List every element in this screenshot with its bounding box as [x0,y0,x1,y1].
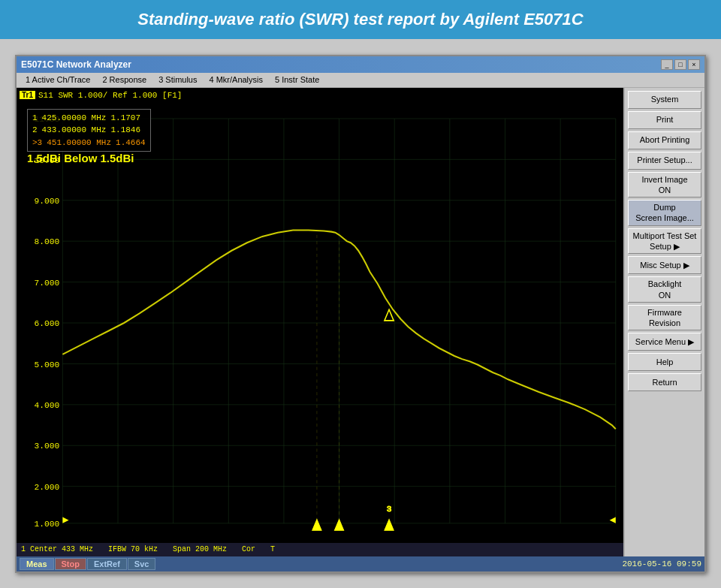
marker-2-freq: 433.00000 MHz [42,124,107,137]
maximize-button[interactable]: □ [674,59,686,70]
svg-text:1.000: 1.000 [35,519,60,528]
status-datetime: 2016-05-16 09:59 [622,559,701,568]
abort-printing-button[interactable]: Abort Printing [628,131,701,149]
firmware-revision-button[interactable]: FirmwareRevision [628,305,701,331]
service-menu-button[interactable]: Service Menu ▶ [628,333,701,351]
plot-status-cor: Cor [242,545,255,553]
marker-line-3: >3 451.00000 MHz 1.4664 [32,137,146,149]
menu-bar: 1 Active Ch/Trace 2 Response 3 Stimulus … [17,73,704,88]
plot-status-center: 1 Center 433 MHz [21,545,93,553]
multiport-test-set-button[interactable]: Multiport Test Set Setup ▶ [628,228,701,255]
svg-text:7.000: 7.000 [35,278,60,287]
analyzer-window: E5071C Network Analyzer _ □ × 1 Active C… [15,55,706,573]
status-tab-stop[interactable]: Stop [55,558,86,570]
window-titlebar: E5071C Network Analyzer _ □ × [17,56,704,73]
svg-text:3: 3 [387,505,392,514]
status-tab-svc[interactable]: Svc [128,558,156,570]
marker-2-num: 2 [32,124,38,137]
chart-svg: 11.00 10.00 9.000 8.000 7.000 6.000 5.00… [17,103,623,543]
plot-status-span: Span 200 MHz [173,545,227,553]
marker-line-1: 1 425.00000 MHz 1.1707 [32,112,146,125]
window-controls: _ □ × [661,59,700,70]
svg-text:2.000: 2.000 [35,482,60,491]
plot-status-ifbw: IFBW 70 kHz [108,545,158,553]
menu-instr-state[interactable]: 5 Instr State [269,74,325,85]
system-button[interactable]: System [628,91,701,109]
app-status-bar: Meas Stop ExtRef Svc 2016-05-16 09:59 [17,556,704,571]
marker-info-box: 1 425.00000 MHz 1.1707 2 433.00000 MHz 1… [27,109,151,152]
marker-1-val: 1.1707 [110,112,140,125]
svg-text:6.000: 6.000 [35,319,60,328]
marker-3-num: >3 [32,137,42,149]
menu-stimulus[interactable]: 3 Stimulus [152,74,203,85]
plot-header: Tr1 S11 SWR 1.000/ Ref 1.000 [F1] [17,88,623,103]
marker-1-freq: 425.00000 MHz [42,112,107,125]
menu-response[interactable]: 2 Response [96,74,152,85]
main-content: E5071C Network Analyzer _ □ × 1 Active C… [0,39,721,588]
close-button[interactable]: × [688,59,700,70]
status-tab-meas[interactable]: Meas [20,558,54,570]
plot-status-t: T [270,545,275,553]
marker-3-val: 1.4664 [116,137,146,149]
svg-text:4.000: 4.000 [35,400,60,409]
plot-header-text: S11 SWR 1.000/ Ref 1.000 [F1] [38,91,182,100]
svg-text:3.000: 3.000 [35,442,60,451]
svg-text:9.000: 9.000 [35,196,60,205]
marker-3-freq: 451.00000 MHz [47,137,111,149]
svg-text:8.000: 8.000 [35,237,60,246]
annotation-text: 1.5dBi Below 1.5dBi [27,152,134,164]
svg-text:5.000: 5.000 [35,360,60,369]
banner-title: Standing-wave ratio (SWR) test report by… [137,10,583,29]
status-tab-extref[interactable]: ExtRef [87,558,127,570]
menu-active-ch-trace[interactable]: 1 Active Ch/Trace [20,74,96,85]
dump-screen-image-button[interactable]: DumpScreen Image... [628,200,701,226]
printer-setup-button[interactable]: Printer Setup... [628,152,701,170]
right-panel: System Print Abort Printing Printer Setu… [623,88,704,556]
return-button[interactable]: Return [628,373,701,391]
tr1-badge: Tr1 [20,91,35,99]
print-button[interactable]: Print [628,111,701,129]
menu-mkr-analysis[interactable]: 4 Mkr/Analysis [203,74,269,85]
invert-image-button[interactable]: Invert ImageON [628,172,701,198]
plot-container: Tr1 S11 SWR 1.000/ Ref 1.000 [F1] [17,88,623,556]
misc-setup-button[interactable]: Misc Setup ▶ [628,256,701,274]
window-title: E5071C Network Analyzer [21,59,131,70]
top-banner: Standing-wave ratio (SWR) test report by… [0,0,721,39]
marker-2-val: 1.1846 [110,124,140,137]
plot-status-bar: 1 Center 433 MHz IFBW 70 kHz Span 200 MH… [17,543,623,556]
help-button[interactable]: Help [628,353,701,371]
minimize-button[interactable]: _ [661,59,673,70]
marker-line-2: 2 433.00000 MHz 1.1846 [32,124,146,137]
backlight-button[interactable]: BacklightON [628,276,701,303]
marker-1-num: 1 [32,112,38,125]
chart-wrapper: 11.00 10.00 9.000 8.000 7.000 6.000 5.00… [17,103,623,543]
analyzer-area: Tr1 S11 SWR 1.000/ Ref 1.000 [F1] [17,88,704,556]
